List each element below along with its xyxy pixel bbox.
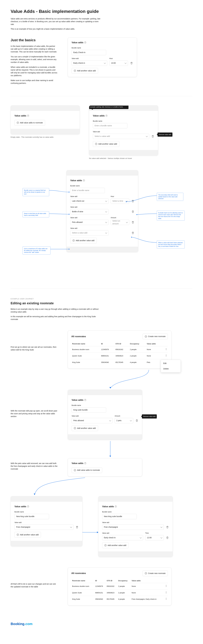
help-icon[interactable]: ? (105, 115, 107, 117)
empty-caption: Empty state - This roomrate currently ha… (11, 136, 80, 138)
value-add-select[interactable]: Bottle of wine (70, 209, 109, 214)
value-add-select[interactable]: Free champagne (15, 524, 74, 530)
time-label: Time (145, 532, 164, 534)
plus-icon: + (74, 469, 76, 471)
bundle-name-input[interactable]: New king suite bundle (15, 514, 49, 519)
value-adds-card-empty: Value adds ? + Add value adds to roomrat… (11, 106, 80, 134)
bundle-label: Bundle name (102, 511, 169, 513)
table-row: Business double room12345678658161622 pe… (71, 583, 168, 590)
add-another-button[interactable]: + Add another value add (102, 542, 129, 548)
note-not-all: Keep in mind that not all value adds hav… (23, 211, 49, 218)
roomrates-table-1: All roomrates + Create new roomrate Room… (68, 330, 171, 368)
trash-icon[interactable] (151, 135, 154, 138)
add-another-button[interactable]: + Add another value add (72, 68, 98, 74)
add-another-button[interactable]: + Add another value add (93, 141, 119, 147)
amount-select[interactable]: Select an amount (111, 220, 129, 225)
add-to-roomrate-button[interactable]: + Add value adds to roomrate (15, 120, 45, 126)
card-title: Value adds (72, 41, 83, 44)
value-adds-card-basic: Value adds ? Bundle name Early Check-in … (68, 38, 137, 77)
bundle-name-input[interactable]: Early Check-in (72, 50, 106, 55)
add-to-roomrate-button[interactable]: + Add value adds to roomrate (72, 467, 102, 473)
table-title: All roomrates (71, 335, 86, 338)
value-add-label: Value add (72, 57, 107, 60)
journey-eyebrow: EXAMPLE USER JOURNEY (11, 298, 192, 300)
amount-select[interactable]: 2 pets (115, 418, 133, 423)
value-add-select[interactable]: Free champagne (102, 524, 164, 530)
trash-icon[interactable] (131, 200, 134, 202)
bundle-name-input[interactable]: New king suite bundle (102, 514, 137, 519)
basics-p2: You can use a simple UI implementation l… (11, 55, 59, 64)
value-add-select[interactable]: Select a value add (70, 230, 109, 236)
journey-heading: Editing an existing roomrate (11, 301, 192, 306)
kebab-icon[interactable] (165, 585, 167, 587)
col-va: Value adds (131, 578, 163, 583)
trash-icon[interactable] (135, 419, 138, 422)
card-title: Value adds (102, 505, 114, 508)
help-tooltip: Value adds are extra services or product… (89, 106, 128, 109)
help-icon[interactable]: ? (83, 180, 85, 182)
trash-icon[interactable] (166, 526, 169, 528)
add-another-button[interactable]: + Add another value add (15, 532, 41, 538)
time-select[interactable]: 12:00 (145, 535, 164, 540)
help-icon[interactable]: ? (84, 399, 86, 401)
value-add-select[interactable]: Pets allowed (72, 418, 113, 423)
value-add-select[interactable]: Early check-in (72, 60, 107, 66)
chevron-down-icon (105, 210, 107, 212)
kebab-icon[interactable] (165, 354, 167, 356)
help-icon[interactable]: ? (27, 115, 29, 117)
help-icon[interactable]: ? (115, 506, 117, 508)
bundle-name-input[interactable]: Enter a bundle name (93, 123, 127, 128)
add-another-button[interactable]: + Add another value add (72, 426, 98, 431)
trash-icon[interactable] (130, 62, 133, 64)
plus-icon: + (145, 572, 147, 574)
hour-label: Hour (111, 195, 129, 198)
trash-icon[interactable] (131, 232, 134, 234)
chevron-down-icon (105, 200, 107, 202)
plus-icon: + (17, 534, 19, 536)
help-icon[interactable]: ? (84, 42, 86, 44)
kebab-icon[interactable] (165, 598, 167, 600)
value-add-select[interactable]: Early check-in (102, 535, 143, 540)
value-adds-card-empty-2: Value adds ? + Add value adds to roomrat… (68, 458, 142, 476)
bundle-name-input[interactable]: King suite bundle (72, 407, 106, 413)
trash-icon[interactable] (166, 536, 169, 539)
create-roomrate-button[interactable]: + Create new roomrate (143, 570, 168, 576)
plus-icon: + (104, 544, 107, 546)
help-icon[interactable]: ? (27, 506, 29, 508)
chevron-down-icon (125, 62, 126, 64)
menu-delete[interactable]: Delete (161, 366, 180, 372)
help-icon[interactable]: ? (84, 462, 86, 464)
chevron-down-icon (146, 135, 148, 137)
create-roomrate-button[interactable]: + Create new roomrate (143, 334, 168, 339)
basics-p1: In this basic implementation of value ad… (11, 45, 59, 53)
value-add-select[interactable]: Select a value add (93, 134, 149, 139)
col-occ: Occupancy (117, 578, 131, 583)
card-title: Value adds (93, 114, 105, 118)
kebab-icon[interactable] (165, 348, 167, 350)
hour-select[interactable]: 13:00 (109, 60, 128, 66)
hour-select[interactable]: Select a time (111, 198, 129, 204)
trash-icon[interactable] (131, 210, 134, 213)
note-bundle: Bundle name is a required field but will… (23, 188, 49, 196)
add-another-button[interactable]: + Add another value add (70, 238, 97, 244)
menu-edit[interactable]: Edit (161, 361, 180, 366)
trash-icon[interactable] (131, 221, 134, 224)
value-add-select[interactable]: Pets allowed (70, 220, 109, 225)
table-title: All roomrates (71, 572, 86, 575)
bundle-name-input[interactable]: Enter a bundle name (70, 188, 105, 193)
chevron-down-icon (140, 536, 142, 538)
row-menu: Edit Delete (161, 360, 181, 372)
table-row: King Suite35834540651763454 peoplePets (71, 359, 168, 366)
svg-marker-7 (109, 456, 111, 457)
card-title: Value adds (15, 505, 26, 508)
value-add-select[interactable]: Late check-out (70, 198, 109, 204)
trash-icon[interactable] (76, 526, 79, 528)
kebab-icon[interactable] (165, 592, 167, 593)
chevron-down-icon (126, 200, 128, 202)
journey-step-2: With the roomrate edit pop-up open, we s… (11, 410, 59, 418)
amount-label: Amount (115, 415, 133, 417)
table-row: Queen Suite69854151345646232 peopleNone (71, 590, 168, 596)
value-add-label: Value add (72, 415, 113, 417)
page-intro-2: This is an example of how you might do a… (11, 28, 101, 30)
journey-step-1: First we go to where we can see all our … (11, 346, 59, 351)
